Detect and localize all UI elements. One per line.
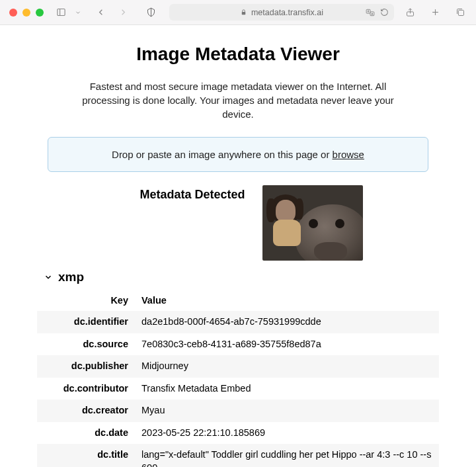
metadata-key: dc.title	[37, 444, 135, 467]
table-row: dc.source7e0830c3-ceb8-4131-a689-35755f8…	[37, 333, 439, 356]
back-button-icon[interactable]	[94, 6, 107, 19]
minimize-window-button[interactable]	[22, 9, 30, 17]
svg-rect-2	[242, 12, 246, 15]
metadata-value: 2023-05-25 22:21:10.185869	[135, 422, 439, 445]
section-toggle-xmp[interactable]: xmp	[44, 270, 439, 284]
metadata-key: dc.contributor	[37, 378, 135, 400]
svg-rect-0	[57, 9, 64, 16]
window-controls	[9, 9, 44, 17]
sidebar-menu-chevron-icon[interactable]	[71, 6, 85, 19]
forward-button-icon[interactable]	[116, 6, 130, 19]
metadata-detected-heading: Metadata Detected	[139, 185, 245, 202]
chevron-down-icon	[44, 273, 53, 282]
dropzone-text: Drop or paste an image anywhere on this …	[112, 149, 333, 160]
metadata-value: lang="x-default" Toddler girl cuddling h…	[135, 444, 439, 467]
metadata-value: da2e1bd8-000f-4654-ab7c-75931999cdde	[135, 311, 439, 333]
metadata-value: Myau	[135, 400, 439, 422]
table-row: dc.date2023-05-25 22:21:10.185869	[37, 422, 439, 445]
translate-icon[interactable]	[366, 8, 375, 17]
metadata-table: Key Value dc.identifierda2e1bd8-000f-465…	[37, 291, 439, 467]
metadata-key: dc.identifier	[37, 311, 135, 333]
address-bar[interactable]: metadata.transfix.ai	[169, 4, 394, 21]
metadata-key: dc.source	[37, 333, 135, 356]
image-thumbnail	[262, 185, 363, 261]
table-row: dc.titlelang="x-default" Toddler girl cu…	[37, 444, 439, 467]
sidebar-toggle-icon[interactable]	[54, 6, 67, 19]
metadata-key: dc.date	[37, 422, 135, 445]
browse-link[interactable]: browse	[333, 149, 364, 160]
table-row: dc.identifierda2e1bd8-000f-4654-ab7c-759…	[37, 311, 439, 333]
table-row: dc.publisherMidjourney	[37, 355, 439, 378]
svg-rect-8	[458, 10, 463, 15]
section-name: xmp	[58, 270, 84, 284]
new-tab-icon[interactable]	[428, 6, 442, 19]
maximize-window-button[interactable]	[36, 9, 44, 17]
table-row: dc.contributorTransfix Metadata Embed	[37, 378, 439, 400]
page-title: Image Metadata Viewer	[37, 44, 439, 65]
dropzone[interactable]: Drop or paste an image anywhere on this …	[48, 137, 428, 172]
metadata-value: Midjourney	[135, 355, 439, 378]
lock-icon	[240, 9, 247, 16]
column-header-value: Value	[135, 291, 439, 311]
metadata-value: Transfix Metadata Embed	[135, 378, 439, 400]
column-header-key: Key	[37, 291, 135, 311]
reload-icon[interactable]	[380, 8, 389, 17]
page-subtitle: Fastest and most secure image metadata v…	[79, 79, 397, 121]
browser-toolbar: metadata.transfix.ai	[0, 0, 476, 25]
table-row: dc.creatorMyau	[37, 400, 439, 422]
url-text: metadata.transfix.ai	[251, 8, 323, 17]
tabs-overview-icon[interactable]	[454, 6, 467, 19]
share-icon[interactable]	[403, 6, 416, 19]
metadata-key: dc.creator	[37, 400, 135, 422]
privacy-shield-icon[interactable]	[144, 6, 157, 19]
close-window-button[interactable]	[9, 9, 17, 17]
metadata-value: 7e0830c3-ceb8-4131-a689-35755f8ed87a	[135, 333, 439, 356]
metadata-key: dc.publisher	[37, 355, 135, 378]
